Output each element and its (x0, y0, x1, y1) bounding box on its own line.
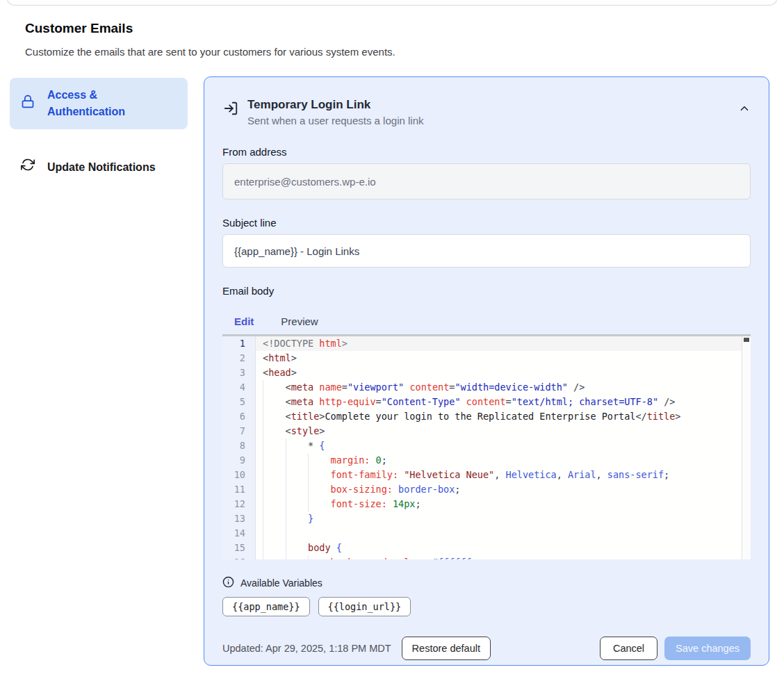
line-number: 6 (222, 409, 256, 424)
indent-guide (263, 438, 286, 453)
code-line[interactable]: 5<meta http-equiv="Content-Type" content… (222, 395, 751, 409)
code-line[interactable]: 2<html> (222, 351, 751, 366)
cancel-button[interactable]: Cancel (600, 637, 658, 660)
code-line[interactable]: 12font-size: 14px; (222, 497, 751, 511)
from-address-input[interactable] (222, 163, 751, 199)
previous-card-edge (7, 0, 777, 6)
email-body-code-editor[interactable]: 1<!DOCTYPE html>2<html>3<head>4<meta nam… (222, 334, 751, 559)
code-line[interactable]: 14 (222, 526, 751, 541)
line-number: 10 (222, 468, 256, 482)
indent-guide (308, 482, 331, 497)
available-variables-label: Available Variables (240, 577, 322, 589)
code-line[interactable]: 13} (222, 511, 751, 526)
line-number: 7 (222, 424, 256, 438)
save-changes-button[interactable]: Save changes (664, 637, 751, 660)
log-in-icon (223, 101, 238, 119)
line-number: 8 (222, 438, 256, 453)
indent-guide (263, 453, 286, 468)
line-number: 15 (222, 541, 256, 555)
customer-emails-page: Customer Emails Customize the emails tha… (0, 0, 784, 681)
from-address-label: From address (222, 146, 751, 158)
restore-default-button[interactable]: Restore default (402, 637, 491, 660)
indent-guide (286, 438, 309, 453)
temporary-login-link-panel: Temporary Login Link Sent when a user re… (204, 76, 769, 666)
tab-edit[interactable]: Edit (222, 315, 264, 327)
indent-guide (286, 526, 309, 541)
indent-guide (286, 453, 309, 468)
panel-subtitle: Sent when a user requests a login link (247, 113, 423, 129)
active-tab-underline (222, 334, 263, 336)
indent-guide (263, 555, 286, 559)
panel-header-text: Temporary Login Link Sent when a user re… (247, 97, 423, 129)
indent-guide (263, 497, 286, 511)
page-title: Customer Emails (25, 21, 133, 36)
line-number: 9 (222, 453, 256, 468)
info-icon (222, 576, 234, 590)
code-line[interactable]: 1<!DOCTYPE html> (222, 336, 751, 351)
indent-guide (263, 482, 286, 497)
page-subtitle: Customize the emails that are sent to yo… (25, 46, 395, 58)
tab-preview[interactable]: Preview (270, 315, 328, 327)
indent-guide (286, 468, 309, 482)
indent-guide (263, 511, 286, 526)
indent-guide (263, 541, 286, 555)
email-body-label: Email body (222, 285, 751, 297)
line-number: 1 (222, 336, 256, 351)
indent-guide (308, 453, 331, 468)
line-number: 13 (222, 511, 256, 526)
sidebar-item-access-authentication[interactable]: Access & Authentication (10, 78, 188, 129)
panel-footer: Updated: Apr 29, 2025, 1:18 PM MDT Resto… (222, 637, 751, 660)
sidebar-item-label: Update Notifications (47, 159, 156, 176)
code-line[interactable]: 15body { (222, 541, 751, 555)
available-variables-row: Available Variables (222, 576, 751, 590)
indent-guide (263, 468, 286, 482)
line-number: 2 (222, 351, 256, 366)
indent-guide (308, 555, 331, 559)
code-line[interactable]: 4<meta name="viewport" content="width=de… (222, 380, 751, 395)
sidebar-item-update-notifications[interactable]: Update Notifications (10, 149, 188, 186)
line-number: 11 (222, 482, 256, 497)
code-line[interactable]: 7<style> (222, 424, 751, 438)
indent-guide (263, 526, 286, 541)
collapse-section-button[interactable] (738, 102, 751, 117)
indent-guide (286, 555, 309, 559)
subject-line-label: Subject line (222, 217, 751, 229)
indent-guide (286, 541, 309, 555)
indent-guide (308, 497, 331, 511)
code-line[interactable]: 10font-family: "Helvetica Neue", Helveti… (222, 468, 751, 482)
line-number: 4 (222, 380, 256, 395)
indent-guide (286, 511, 309, 526)
line-number: 14 (222, 526, 256, 541)
editor-vertical-scrollbar[interactable] (742, 336, 751, 559)
code-lines: 1<!DOCTYPE html>2<html>3<head>4<meta nam… (222, 336, 751, 559)
subject-line-input[interactable] (222, 234, 751, 268)
indent-guide (263, 424, 286, 438)
code-line[interactable]: 16background-color: #ffffff; (222, 555, 751, 559)
variable-chip-login-url[interactable]: {{login_url}} (318, 597, 411, 616)
variable-chip-app-name[interactable]: {{app_name}} (222, 597, 310, 616)
indent-guide (263, 380, 286, 395)
line-number: 5 (222, 395, 256, 409)
refresh-icon (21, 158, 35, 177)
lock-icon (21, 95, 35, 113)
indent-guide (286, 482, 309, 497)
line-number: 12 (222, 497, 256, 511)
code-line[interactable]: 8* { (222, 438, 751, 453)
indent-guide (308, 468, 331, 482)
indent-guide (286, 497, 309, 511)
code-line[interactable]: 9margin: 0; (222, 453, 751, 468)
chevron-up-icon (738, 106, 751, 117)
line-number: 16 (222, 555, 256, 559)
email-types-sidebar: Access & Authentication Update Notificat… (10, 78, 188, 186)
variable-chips: {{app_name}} {{login_url}} (222, 597, 751, 616)
line-number: 3 (222, 366, 256, 380)
editor-scrollbar-thumb[interactable] (744, 338, 749, 342)
panel-header: Temporary Login Link Sent when a user re… (222, 97, 751, 129)
code-line[interactable]: 6<title>Complete your login to the Repli… (222, 409, 751, 424)
sidebar-item-label: Access & Authentication (47, 87, 145, 120)
email-body-tabs: Edit Preview (222, 309, 751, 334)
code-line[interactable]: 11box-sizing: border-box; (222, 482, 751, 497)
code-line[interactable]: 3<head> (222, 366, 751, 380)
indent-guide (263, 409, 286, 424)
indent-guide (263, 395, 286, 409)
